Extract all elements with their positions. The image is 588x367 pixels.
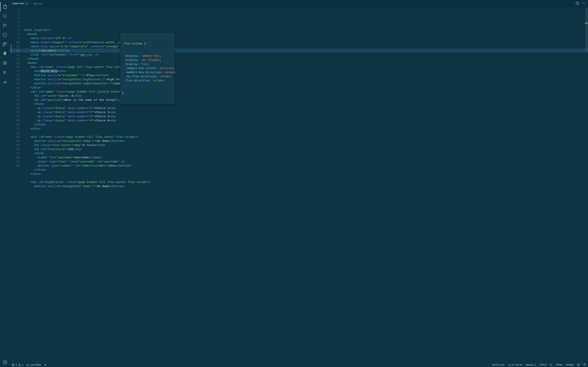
tab-label: index.html [13, 2, 24, 5]
code-editor[interactable]: 2345678910111213141516171819202122232425… [10, 7, 588, 362]
scrollbar-thumb[interactable] [585, 8, 588, 51]
tab-app-css[interactable]: app.css [31, 0, 45, 7]
status-spaces[interactable]: Spaces: 2 [526, 363, 536, 366]
hover-selector: .flex-column [122, 42, 142, 45]
code-line: <link rel="stylesheet" href="app.css" /> [24, 53, 588, 57]
code-line: <head> [24, 32, 588, 36]
code-line: <meta charset="UTF-8" /> [24, 36, 588, 40]
code-line: <p class="choice" data-number="4">Choice… [24, 118, 588, 123]
css-hover-tooltip: .flex-column { display: -webkit-box; dis… [120, 33, 175, 104]
code-line: <button onclick="navigateTo('highScores'… [24, 77, 588, 81]
bookmark-icon[interactable] [0, 49, 10, 58]
editor-tabs: index.html × app.css [10, 0, 588, 7]
svg-point-2 [3, 26, 4, 27]
code-line: <button onclick="playGame('')">Play</but… [24, 73, 588, 77]
code-line: <h2 class="text-center">You're Score!</h… [24, 143, 588, 147]
svg-point-9 [4, 362, 6, 363]
status-live-share[interactable]: Live Share [26, 363, 41, 366]
status-bolt[interactable] [44, 363, 47, 366]
status-language[interactable]: HTML [556, 363, 562, 366]
search-icon[interactable] [0, 11, 10, 21]
code-line: </div> [24, 172, 588, 176]
tab-index-html[interactable]: index.html × [10, 0, 31, 7]
split-editor-icon[interactable] [576, 1, 579, 5]
code-line [24, 131, 588, 135]
status-go-live[interactable]: Go Live [493, 363, 504, 366]
svg-point-1 [3, 24, 4, 25]
code-line: <h2 id="score">Score: 0</h2> [24, 94, 588, 98]
code-line: <p class="choice" data-number="1">Choice… [24, 106, 588, 110]
code-line: <div id="highScores" class="page hidden … [24, 180, 588, 184]
code-line: <div id="home" class="page full flex-cen… [24, 65, 588, 69]
code-line: <form> [24, 102, 588, 106]
svg-point-3 [6, 25, 7, 26]
code-line: </form> [24, 123, 588, 127]
close-icon[interactable]: × [26, 2, 28, 5]
settings-icon[interactable] [0, 358, 10, 367]
code-line: <h1 id="finalScore">100</h1> [24, 147, 588, 151]
debug-icon[interactable] [0, 30, 10, 40]
code-line: <div id="end" class="page hidden full fl… [24, 135, 588, 139]
code-line: <meta name="viewport" content="width=dev… [24, 40, 588, 44]
extensions-icon[interactable] [0, 40, 10, 49]
code-line: <button onClick="navigateTo('home')">Go … [24, 139, 588, 143]
prettier-icon[interactable] [0, 68, 10, 77]
code-line: <h1 id="question">What is the name of th… [24, 98, 588, 102]
code-line: <html lang="en"> [24, 28, 588, 32]
svg-rect-6 [5, 42, 7, 44]
minimap[interactable] [584, 7, 588, 362]
live-server-icon[interactable] [0, 58, 10, 68]
code-line: <button onClick="navigateTo('home')">Go … [24, 184, 588, 188]
svg-point-4 [3, 33, 7, 37]
svg-rect-5 [3, 42, 5, 44]
code-line: <p class="choice" data-number="3">Choice… [24, 114, 588, 118]
code-line: <div id="game" class="page hidden full j… [24, 90, 588, 94]
explorer-icon[interactable] [0, 2, 10, 11]
status-position[interactable]: Ln 12, Col 14 [508, 363, 522, 366]
tab-label: app.css [33, 2, 42, 5]
code-line: <input type="text" name="username" id="u… [24, 159, 588, 164]
svg-point-13 [584, 3, 585, 4]
svg-point-12 [583, 3, 584, 4]
svg-rect-7 [3, 44, 5, 46]
live-share-icon[interactable] [0, 77, 10, 86]
code-line: <meta http-equiv="X-UA-Compatible" conte… [24, 44, 588, 49]
notifications-icon[interactable] [583, 363, 586, 367]
code-line: <body> [24, 61, 588, 65]
code-line: <button onclick="navigateTo('submitQuest… [24, 81, 588, 85]
code-line: <label for="username">Username</label> [24, 155, 588, 159]
activity-bar [0, 0, 10, 367]
svg-point-16 [577, 363, 579, 366]
gutter-modified-marker [11, 44, 12, 53]
line-gutter: 2345678910111213141516171819202122232425… [10, 7, 24, 362]
code-line: <h1>Quick Quiz</h1> [24, 69, 588, 73]
status-problems[interactable]: 0 1 [12, 363, 23, 366]
svg-point-0 [3, 15, 6, 17]
source-control-icon[interactable] [0, 21, 10, 30]
svg-point-11 [582, 3, 583, 4]
code-line: <title>Document</title> [24, 49, 588, 53]
status-encoding[interactable]: UTF-8 [540, 363, 546, 366]
status-bar: 0 1 Live Share Go Live Ln 12, Col 14 Spa… [10, 362, 588, 367]
code-line: <p class="choice" data-number="2">Choice… [24, 110, 588, 114]
code-line: </div> [24, 127, 588, 131]
code-line: </div> [24, 85, 588, 90]
code-line: <button type="submit" id="submitScoreBtn… [24, 164, 588, 168]
status-eol[interactable]: LF [550, 363, 553, 366]
code-line: </head> [24, 57, 588, 61]
status-formatter[interactable]: Prettier [566, 363, 573, 366]
code-line [24, 176, 588, 180]
svg-point-15 [493, 365, 494, 365]
code-line: <form> [24, 151, 588, 155]
feedback-icon[interactable] [577, 363, 580, 367]
code-line: </form> [24, 168, 588, 172]
more-actions-icon[interactable] [582, 1, 585, 5]
